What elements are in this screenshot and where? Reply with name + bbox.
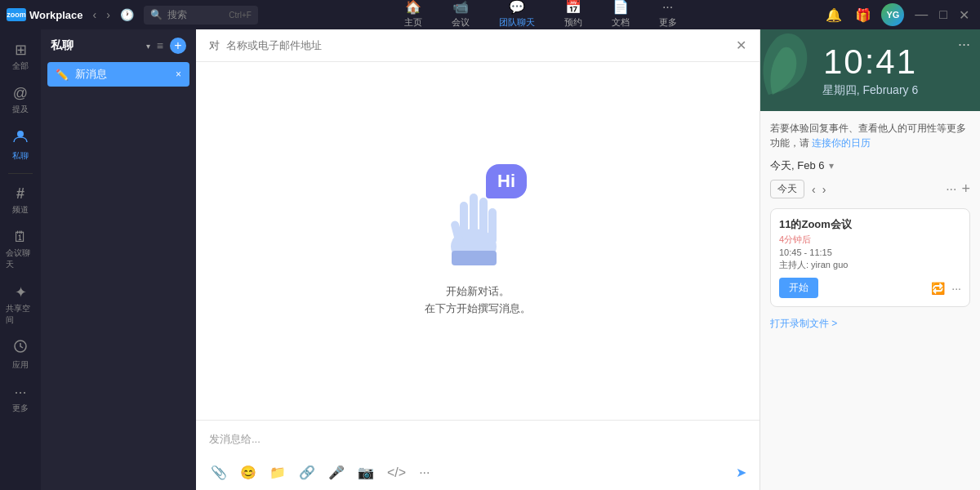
dm-panel: 私聊 ▾ ≡ + ✏️ 新消息 ×	[41, 29, 196, 490]
video-button[interactable]: 📷	[356, 463, 376, 482]
meeting-time: 10:45 - 11:15	[779, 247, 961, 257]
meeting-title: 11的Zoom会议	[779, 217, 961, 232]
link-button[interactable]: 🔗	[297, 463, 317, 482]
shared-icon: ✦	[15, 283, 27, 301]
nav-controls: ‹ › 🕐	[90, 7, 137, 23]
file-button[interactable]: 📁	[268, 463, 287, 482]
open-recordings-button[interactable]: 打开录制文件 >	[770, 317, 837, 331]
home-icon: 🏠	[405, 0, 421, 15]
add-event-button[interactable]: +	[961, 180, 970, 198]
user-avatar[interactable]: YG	[881, 3, 904, 26]
nav-back-button[interactable]: ‹	[90, 7, 100, 23]
sidebar-item-mention[interactable]: @ 提及	[2, 80, 38, 120]
dm-caret-icon: ▾	[146, 42, 150, 51]
sidebar-item-channel[interactable]: # 频道	[2, 180, 38, 220]
today-nav-button[interactable]: 今天	[770, 180, 804, 198]
app-logo: zoom Workplace	[7, 8, 83, 21]
tab-home[interactable]: 🏠 主页	[390, 0, 437, 33]
calendar-more-button[interactable]: ···	[946, 182, 956, 197]
code-button[interactable]: </>	[385, 464, 408, 482]
more-icon: ···	[662, 0, 673, 15]
sidebar-item-channel-label: 频道	[12, 204, 29, 216]
tab-more[interactable]: ··· 更多	[644, 0, 692, 33]
tab-home-label: 主页	[404, 16, 422, 29]
meeting-chat-icon: 🗓	[13, 229, 28, 246]
svg-rect-4	[470, 194, 478, 238]
close-chat-button[interactable]: ✕	[736, 38, 746, 53]
schedule-icon: 📅	[565, 0, 581, 15]
sidebar-item-dm[interactable]: 私聊	[2, 123, 38, 167]
meeting-host: 主持人: yiran guo	[779, 259, 961, 271]
apps-icon	[13, 339, 28, 358]
calendar-prev-button[interactable]: ‹	[809, 183, 818, 196]
meeting-action-icons: 🔁 ···	[931, 282, 961, 295]
chat-icon: 💬	[509, 0, 525, 15]
dm-new-message-button[interactable]: +	[170, 38, 186, 54]
avatar-initials: YG	[886, 10, 899, 20]
tab-schedule-label: 预约	[564, 16, 582, 29]
gift-button[interactable]: 🎁	[852, 6, 875, 24]
rp-more-button[interactable]: ···	[958, 36, 970, 53]
sidebar-item-all-label: 全部	[12, 60, 29, 72]
sidebar-item-shared-label: 共享空间	[6, 303, 35, 326]
sidebar-item-apps[interactable]: 应用	[2, 334, 38, 376]
docs-icon: 📄	[612, 0, 629, 15]
start-meeting-button[interactable]: 开始	[779, 278, 818, 298]
hi-hand-svg	[437, 177, 510, 270]
all-icon: ⊞	[15, 41, 27, 59]
sidebar-item-mention-label: 提及	[12, 104, 29, 115]
chat-footer: 发消息给... 📎 😊 📁 🔗 🎤 📷 </> ··· ➤	[196, 420, 760, 490]
tab-meeting[interactable]: 📹 会议	[437, 0, 484, 33]
sidebar-divider	[8, 173, 33, 174]
history-button[interactable]: 🕐	[117, 7, 137, 23]
sidebar-item-more[interactable]: ··· 更多	[2, 379, 38, 419]
sidebar-item-meeting-chat[interactable]: 🗓 会议聊天	[2, 224, 38, 275]
leaf-decoration	[760, 29, 809, 95]
today-chevron-icon[interactable]: ▾	[829, 160, 834, 172]
maximize-button[interactable]: □	[935, 7, 951, 23]
attachment-button[interactable]: 📎	[209, 463, 229, 482]
calendar-section: 若要体验回复事件、查看他人的可用性等更多功能，请 连接你的日历 今天, Feb …	[760, 111, 980, 490]
close-button[interactable]: ✕	[955, 7, 973, 23]
message-input-area[interactable]: 发消息给...	[209, 429, 746, 458]
sidebar-more-icon: ···	[14, 384, 26, 401]
search-icon: 🔍	[150, 9, 163, 20]
nav-forward-button[interactable]: ›	[103, 7, 114, 23]
tab-docs-label: 文档	[612, 16, 630, 29]
new-message-item[interactable]: ✏️ 新消息 ×	[47, 62, 189, 87]
hint-line2: 在下方开始撰写消息。	[425, 301, 531, 318]
chat-header: 对 ✕	[196, 29, 760, 62]
tab-chat[interactable]: 💬 团队聊天	[484, 0, 550, 33]
dm-header: 私聊 ▾ ≡ +	[41, 29, 196, 62]
tab-docs[interactable]: 📄 文档	[597, 0, 644, 33]
current-date: 星期四, February 6	[822, 83, 918, 98]
emoji-button[interactable]: 😊	[238, 463, 258, 482]
more-toolbar-button[interactable]: ···	[417, 464, 431, 482]
dm-filter-button[interactable]: ≡	[155, 38, 165, 54]
audio-button[interactable]: 🎤	[327, 463, 346, 482]
tab-schedule[interactable]: 📅 预约	[550, 0, 597, 33]
connect-calendar-link[interactable]: 连接你的日历	[812, 137, 871, 149]
sidebar-item-meeting-chat-label: 会议聊天	[6, 247, 35, 270]
tab-more-label: 更多	[659, 16, 677, 29]
notification-button[interactable]: 🔔	[822, 6, 845, 24]
send-button[interactable]: ➤	[736, 465, 746, 480]
svg-rect-5	[479, 198, 488, 240]
recipient-input[interactable]	[226, 39, 736, 51]
minimize-button[interactable]: —	[911, 7, 932, 23]
sidebar-item-shared[interactable]: ✦ 共享空间	[2, 278, 38, 331]
tab-chat-label: 团队聊天	[499, 16, 535, 29]
dm-title: 私聊	[51, 38, 141, 53]
meeting-options-button[interactable]: ···	[951, 282, 961, 295]
main-tabs: 🏠 主页 📹 会议 💬 团队聊天 📅 预约 📄 文档 ··· 更多	[258, 0, 822, 33]
calendar-next-button[interactable]: ›	[820, 183, 829, 196]
sidebar-item-all[interactable]: ⊞ 全部	[2, 36, 38, 77]
titlebar: zoom Workplace ‹ › 🕐 🔍 搜索 Ctrl+F 🏠 主页 📹 …	[0, 0, 980, 29]
close-new-message-button[interactable]: ×	[176, 69, 181, 80]
mention-icon: @	[13, 85, 28, 102]
zoom-icon: zoom	[7, 8, 26, 21]
search-bar[interactable]: 🔍 搜索 Ctrl+F	[144, 6, 258, 24]
time-section: ··· 10:41 星期四, February 6	[760, 29, 980, 111]
meeting-react-button[interactable]: 🔁	[931, 282, 945, 295]
app-name: Workplace	[29, 9, 83, 21]
